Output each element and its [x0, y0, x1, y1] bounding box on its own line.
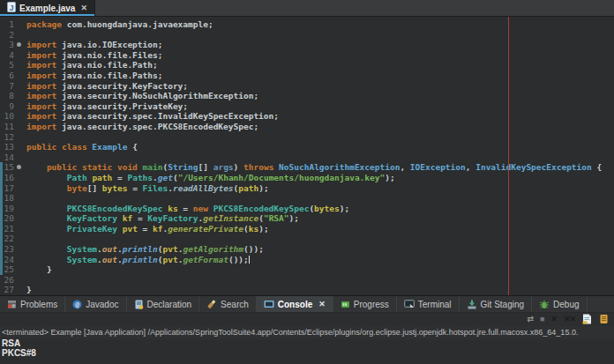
line-number[interactable]: 18 — [0, 193, 14, 204]
gutter[interactable]: 6 — [0, 71, 25, 81]
line-number[interactable]: 17 — [0, 183, 14, 194]
line-number[interactable]: 5 — [0, 60, 14, 71]
fold-marker-icon[interactable] — [14, 162, 25, 173]
code-text[interactable]: } — [26, 264, 52, 275]
code-line[interactable]: 11import java.security.spec.PKCS8Encoded… — [0, 122, 614, 132]
editor-tab-example-java[interactable]: J Example.java ✕ — [0, 0, 95, 16]
gutter[interactable]: 22 — [0, 234, 25, 244]
gutter[interactable]: 13 — [0, 142, 25, 152]
code-line[interactable]: 10import java.security.spec.InvalidKeySp… — [0, 111, 614, 122]
line-number[interactable]: 4 — [0, 50, 14, 61]
line-number[interactable]: 6 — [0, 71, 14, 81]
remove-launch-button[interactable]: ✕ — [550, 316, 557, 323]
console-output[interactable]: RSAPKCS#8 — [0, 339, 614, 364]
code-line[interactable]: 21 PrivateKey pvt = kf.generatePrivate(k… — [0, 224, 614, 234]
line-number[interactable]: 21 — [0, 224, 14, 234]
code-line[interactable]: 1package com.huongdanjava.javaexample; — [0, 19, 614, 30]
code-line[interactable]: 17 byte[] bytes = Files.readAllBytes(pat… — [0, 183, 614, 194]
gutter[interactable]: 5 — [0, 60, 25, 71]
code-text[interactable]: } — [26, 285, 32, 295]
gutter[interactable]: 10 — [0, 111, 25, 122]
gutter[interactable]: 17 — [0, 183, 25, 194]
code-line[interactable]: 25 } — [0, 264, 614, 275]
line-number[interactable]: 8 — [0, 91, 14, 101]
code-text[interactable]: import java.security.KeyFactory; — [26, 81, 188, 92]
gutter[interactable]: 23 — [0, 244, 25, 255]
code-text[interactable]: KeyFactory kf = KeyFactory.getInstance("… — [26, 213, 299, 224]
code-line[interactable]: 26 — [0, 275, 614, 286]
line-number[interactable]: 24 — [0, 255, 14, 265]
code-line[interactable]: 12 — [0, 132, 614, 143]
line-number[interactable]: 1 — [0, 19, 14, 30]
code-line[interactable]: 15 public static void main(String[] args… — [0, 162, 614, 173]
line-number[interactable]: 19 — [0, 204, 14, 214]
line-number[interactable]: 11 — [0, 122, 14, 132]
panel-tab-javadoc[interactable]: @Javadoc — [65, 296, 126, 312]
code-line[interactable]: 24 System.out.println(pvt.getFormat()); — [0, 255, 614, 265]
line-number[interactable]: 12 — [0, 132, 14, 143]
gutter[interactable]: 25 — [0, 264, 25, 275]
gutter[interactable]: 8 — [0, 91, 25, 101]
gutter[interactable]: 11 — [0, 122, 25, 132]
code-text[interactable]: import java.security.PrivateKey; — [26, 101, 188, 112]
close-icon[interactable]: ✕ — [318, 300, 326, 308]
code-line[interactable]: 5import java.nio.file.Path; — [0, 60, 614, 71]
line-number[interactable]: 7 — [0, 81, 14, 92]
code-line[interactable]: 7import java.security.KeyFactory; — [0, 81, 614, 92]
gutter[interactable]: 9 — [0, 101, 25, 112]
code-line[interactable]: 23 System.out.println(pvt.getAlgorithm()… — [0, 244, 614, 255]
code-text[interactable]: import java.security.spec.InvalidKeySpec… — [26, 111, 279, 122]
clear-console-button[interactable] — [582, 314, 592, 326]
code-line[interactable]: 18 — [0, 193, 614, 204]
gutter[interactable]: 1 — [0, 19, 25, 30]
code-editor[interactable]: 1package com.huongdanjava.javaexample;23… — [0, 17, 614, 295]
code-text[interactable]: PrivateKey pvt = kf.generatePrivate(ks); — [26, 224, 269, 234]
code-line[interactable]: 2 — [0, 30, 614, 41]
gutter[interactable]: 26 — [0, 275, 25, 286]
scroll-lock-button[interactable] — [599, 314, 609, 326]
code-text[interactable]: import java.security.NoSuchAlgorithmExce… — [26, 91, 258, 101]
gutter[interactable]: 7 — [0, 81, 25, 92]
code-line[interactable]: 6import java.nio.file.Paths; — [0, 71, 614, 81]
line-number[interactable]: 23 — [0, 244, 14, 255]
code-line[interactable]: 9import java.security.PrivateKey; — [0, 101, 614, 112]
code-text[interactable]: byte[] bytes = Files.readAllBytes(path); — [26, 183, 269, 194]
code-text[interactable]: import java.nio.file.Files; — [26, 50, 162, 61]
code-text[interactable]: public static void main(String[] args) t… — [26, 162, 602, 173]
code-line[interactable]: 16 Path path = Paths.get("/Users/Khanh/D… — [0, 173, 614, 183]
line-number[interactable]: 2 — [0, 30, 14, 41]
code-area[interactable]: 1package com.huongdanjava.javaexample;23… — [0, 17, 614, 295]
gutter[interactable]: 19 — [0, 204, 25, 214]
fold-marker-icon[interactable] — [14, 40, 25, 50]
panel-tab-search[interactable]: Search — [199, 296, 257, 312]
code-line[interactable]: 20 KeyFactory kf = KeyFactory.getInstanc… — [0, 213, 614, 224]
gutter[interactable]: 20 — [0, 213, 25, 224]
code-line[interactable]: 14 — [0, 152, 614, 163]
line-number[interactable]: 10 — [0, 111, 14, 122]
remove-all-terminated-button[interactable]: ✕✕ — [564, 316, 575, 323]
code-text[interactable]: System.out.println(pvt.getAlgorithm()); — [26, 244, 264, 255]
line-number[interactable]: 20 — [0, 213, 14, 224]
panel-tab-git-staging[interactable]: Git Staging — [460, 296, 532, 312]
terminate-button[interactable]: ■ — [540, 316, 543, 323]
code-line[interactable]: 3import java.io.IOException; — [0, 40, 614, 50]
gutter[interactable]: 27 — [0, 285, 25, 295]
code-line[interactable]: 8import java.security.NoSuchAlgorithmExc… — [0, 91, 614, 101]
line-number[interactable]: 3 — [0, 40, 14, 50]
panel-tab-progress[interactable]: Progress — [333, 296, 397, 312]
panel-tab-console[interactable]: Console✕ — [257, 296, 333, 312]
panel-tab-declaration[interactable]: Declaration — [127, 296, 200, 312]
code-line[interactable]: 4import java.nio.file.Files; — [0, 50, 614, 61]
code-text[interactable]: import java.nio.file.Path; — [26, 60, 158, 71]
panel-tab-debug[interactable]: Debug — [532, 296, 587, 312]
line-number[interactable]: 22 — [0, 234, 14, 244]
code-text[interactable]: import java.security.spec.PKCS8EncodedKe… — [26, 122, 258, 132]
gutter[interactable]: 15 — [0, 162, 25, 173]
code-line[interactable]: 22 — [0, 234, 614, 244]
panel-tab-problems[interactable]: Problems — [0, 296, 65, 312]
code-text[interactable]: Path path = Paths.get("/Users/Khanh/Docu… — [26, 173, 395, 183]
close-icon[interactable]: ✕ — [80, 4, 87, 12]
code-line[interactable]: 13public class Example { — [0, 142, 614, 152]
gutter[interactable]: 18 — [0, 193, 25, 204]
gutter[interactable]: 4 — [0, 50, 25, 61]
